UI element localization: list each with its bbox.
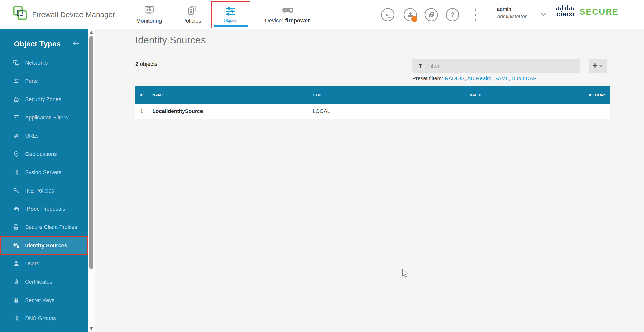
sidebar-item-label: Networks	[25, 60, 48, 66]
column-header-value[interactable]: VALUE	[465, 86, 579, 104]
user-menu[interactable]: admin Administrator	[497, 6, 527, 19]
sidebar-item-ports[interactable]: Ports	[0, 72, 88, 90]
filter-input[interactable]	[427, 63, 575, 69]
object-count-number: 2	[135, 61, 138, 67]
table-header-row: # NAME TYPE VALUE ACTIONS	[135, 86, 610, 104]
top-header: Firewall Device Manager Monitoring	[0, 0, 644, 29]
row-type: LOCAL	[308, 108, 465, 114]
filter-funnel-icon	[417, 63, 423, 69]
filter-box[interactable]	[412, 59, 580, 73]
preset-filter-radius[interactable]: RADIUS	[445, 75, 464, 81]
sidebar-item-label: Certificates	[25, 279, 52, 285]
sidebar-item-secret-keys[interactable]: Secret Keys	[0, 291, 88, 309]
preset-filter-saml[interactable]: SAML	[494, 75, 509, 81]
sidebar-item-label: Secure Client Profiles	[25, 224, 77, 230]
cli-icon: >_	[385, 12, 390, 18]
sidebar-item-label: IPSec Proposals	[25, 206, 65, 212]
column-header-num[interactable]: #	[135, 86, 148, 104]
tab-monitoring[interactable]: Monitoring	[127, 0, 171, 29]
sidebar-item-dns-groups[interactable]: DNS Groups	[0, 309, 88, 327]
column-header-actions: ACTIONS	[579, 86, 610, 104]
deploy-button[interactable]	[404, 8, 417, 21]
row-number: 1	[135, 108, 148, 114]
row-name: LocalIdentitySource	[148, 108, 308, 114]
server-icon	[13, 169, 20, 176]
sidebar-item-application-filters[interactable]: Application Filters	[0, 109, 88, 127]
sidebar-item-secure-client-profiles[interactable]: XML Secure Client Profiles	[0, 218, 88, 236]
scrollbar-thumb[interactable]	[89, 36, 93, 269]
scroll-up-arrow[interactable]	[89, 31, 93, 34]
svg-text:XML: XML	[15, 227, 18, 229]
sidebar-item-ipsec-proposals[interactable]: IPSec Proposals	[0, 200, 88, 218]
firewall-device-manager-screen: Firewall Device Manager Monitoring	[0, 0, 644, 332]
help-icon: ?	[450, 11, 455, 19]
user-divider	[489, 8, 489, 22]
sidebar-item-label: Application Filters	[25, 115, 68, 121]
table-row[interactable]: 1 LocalIdentitySource LOCAL	[135, 104, 610, 119]
filter-icon	[13, 114, 20, 121]
sidebar-item-identity-sources[interactable]: Identity Sources	[0, 236, 88, 255]
sidebar-item-geolocations[interactable]: Geolocations	[0, 145, 88, 163]
secret-key-lock-icon	[13, 297, 20, 304]
add-object-button[interactable]: +	[589, 59, 607, 73]
preset-filter-duo-ldap[interactable]: Duo LDAP	[512, 75, 537, 81]
column-header-name[interactable]: NAME	[148, 86, 308, 104]
sidebar-item-label: Identity Sources	[25, 243, 67, 249]
objects-icon	[225, 7, 236, 16]
sidebar-item-label: DNS Groups	[25, 315, 56, 322]
cisco-logo: cisco	[556, 5, 575, 17]
sidebar-item-networks[interactable]: Networks	[0, 54, 88, 72]
sidebar-title: Object Types	[14, 40, 61, 48]
cli-console-button[interactable]: >_	[381, 8, 394, 21]
app-logo-icon	[13, 6, 28, 20]
kebab-dot	[475, 14, 476, 16]
header-divider	[126, 6, 126, 23]
tasks-button[interactable]	[425, 8, 438, 21]
tab-policies-label: Policies	[182, 18, 202, 24]
ports-icon	[13, 78, 20, 84]
link-icon	[13, 133, 20, 139]
page-title: Identity Sources	[135, 35, 206, 46]
help-button[interactable]: ?	[446, 8, 459, 21]
kebab-dot	[475, 9, 476, 11]
key-icon	[13, 187, 20, 194]
tab-monitoring-label: Monitoring	[136, 18, 162, 24]
sidebar-item-syslog-servers[interactable]: Syslog Servers	[0, 163, 88, 181]
cloud-lock-icon	[13, 206, 20, 212]
sidebar-item-label: Security Zones	[25, 96, 61, 103]
xml-file-icon: XML	[13, 224, 20, 230]
sidebar-scrollbar[interactable]	[88, 29, 95, 332]
preset-filter-ad-realm[interactable]: AD Realm	[467, 75, 491, 81]
sidebar-item-certificates[interactable]: Certificates	[0, 273, 88, 291]
device-icon	[282, 6, 293, 15]
scroll-down-arrow[interactable]	[89, 327, 93, 330]
sidebar-item-label: Geolocations	[25, 151, 57, 157]
chevron-down-icon[interactable]	[540, 12, 547, 16]
column-header-type[interactable]: TYPE	[308, 86, 465, 104]
sidebar-item-users[interactable]: Users	[0, 255, 88, 273]
tasks-icon	[428, 11, 435, 18]
deploy-pending-badge	[411, 16, 417, 22]
kebab-dot	[475, 19, 476, 21]
sidebar-item-urls[interactable]: URLs	[0, 127, 88, 145]
tab-objects-label: Objects	[224, 18, 237, 23]
object-count: 2 objects	[135, 61, 157, 67]
sidebar-item-label: Ports	[25, 78, 38, 84]
sidebar-item-security-zones[interactable]: Security Zones	[0, 90, 88, 108]
cisco-secure-logo: cisco SECURE	[556, 5, 619, 17]
policies-icon	[187, 5, 197, 15]
collapse-sidebar-icon[interactable]	[72, 40, 79, 47]
user-name: admin	[497, 6, 527, 12]
sidebar-item-label: Secret Keys	[25, 297, 54, 304]
tab-objects[interactable]: Objects	[211, 1, 250, 28]
preset-filters: Preset filters: RADIUS, AD Realm, SAML, …	[412, 75, 537, 81]
sidebar-item-label: Users	[25, 261, 39, 267]
sidebar-item-label: IKE Policies	[25, 188, 54, 194]
tab-policies[interactable]: Policies	[174, 0, 210, 29]
tab-device-label: Device: firepower	[265, 17, 310, 24]
sidebar-item-ike-policies[interactable]: IKE Policies	[0, 182, 88, 200]
tab-device[interactable]: Device: firepower	[253, 0, 322, 29]
preset-filters-label: Preset filters:	[412, 75, 445, 81]
more-options-button[interactable]	[473, 9, 478, 21]
app-title: Firewall Device Manager	[32, 0, 115, 29]
